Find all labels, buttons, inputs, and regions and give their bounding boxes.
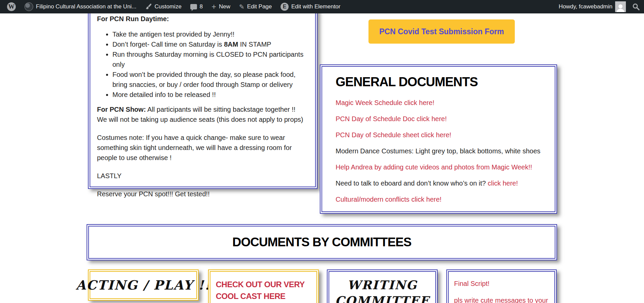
documents-by-committees-title: DOCUMENTS BY COMMITTEES [232, 235, 411, 249]
acting-play-label: ACTING / PLAY !! [76, 277, 211, 293]
new-content-menu[interactable]: + New [207, 0, 235, 13]
wordpress-menu[interactable]: W [3, 0, 20, 13]
writing-committee-line2: COMMITTEE [329, 293, 435, 303]
wordpress-admin-bar: W Filipino Cultural Association at the U… [0, 0, 644, 13]
edit-page-menu[interactable]: ✎ Edit Page [235, 0, 276, 13]
final-script-link[interactable]: Final Script! [454, 279, 549, 289]
customize-label: Customize [155, 3, 182, 10]
site-name-label: Filipino Cultural Association at the Uni… [36, 3, 137, 10]
search-icon[interactable] [632, 3, 640, 11]
writing-committee-line1: WRITING [329, 277, 435, 293]
reserve-paragraph: Reserve your PCN spot!!! Get tested!! [97, 189, 306, 199]
pcn-run-bullet-list: Take the antigen test provided by Jenny!… [97, 29, 306, 100]
my-account-menu[interactable]: Howdy, fcawebadmin [557, 1, 627, 12]
avatar [615, 1, 626, 12]
cultural-modern-conflicts-link[interactable]: Cultural/modern conflicts click here! [336, 194, 548, 204]
comments-menu[interactable]: 8 [186, 0, 207, 13]
list-item: Run throughs Saturday morning is CLOSED … [112, 49, 306, 69]
acting-play-box: ACTING / PLAY !! [88, 269, 199, 301]
final-script-box: Final Script! pls write cute messages to… [446, 269, 557, 303]
magic-week-schedule-link[interactable]: Magic Week Schedule click here! [336, 98, 548, 108]
howdy-label: Howdy, fcawebadmin [559, 3, 612, 10]
list-item: Don’t forget- Call time on Saturday is 8… [112, 39, 306, 49]
edit-with-elementor-menu[interactable]: E Edit with Elementor [276, 0, 345, 13]
pcn-covid-test-form-button[interactable]: PCN Covid Test Submission Form [368, 19, 515, 44]
elementor-icon: E [281, 3, 289, 11]
comments-count: 8 [200, 3, 203, 10]
edit-page-label: Edit Page [247, 3, 272, 10]
list-item: Food won’t be provided through the day, … [112, 69, 306, 90]
eboard-click-here-link[interactable]: click here! [488, 180, 518, 187]
elementor-label: Edit with Elementor [291, 3, 340, 10]
cute-messages-link[interactable]: pls write cute messages to your [454, 295, 549, 303]
modern-dance-costumes-text: Modern Dance Costumes: Light grey top, b… [336, 146, 548, 156]
list-item: More detailed info to be released !! [112, 90, 306, 100]
pcn-day-schedule-sheet-link[interactable]: PCN Day of Schedule sheet click here! [336, 130, 548, 140]
comments-icon [190, 4, 197, 9]
pcn-run-heading: For PCN Run Daytime: [97, 14, 306, 24]
cast-box: CHECK OUT OUR VERY COOL CAST HERE [208, 269, 319, 303]
pcn-run-info-box: For PCN Run Daytime: Take the antigen te… [88, 0, 317, 189]
site-icon [24, 2, 33, 11]
general-documents-title: GENERAL DOCUMENTS [336, 74, 548, 90]
list-item: Take the antigen test provided by Jenny!… [112, 29, 306, 39]
customize-brush-icon [145, 3, 152, 10]
costumes-note-paragraph: Costumes note: If you have a quick chang… [97, 133, 306, 163]
pcn-show-bold: For PCN Show: [97, 106, 146, 113]
new-label: New [219, 3, 230, 10]
lastly-paragraph: LASTLY [97, 171, 306, 181]
documents-by-committees-box: DOCUMENTS BY COMMITTEES [87, 224, 557, 260]
pcn-day-schedule-doc-link[interactable]: PCN Day of Schedule Doc click here! [336, 114, 548, 124]
writing-committee-box: WRITING COMMITTEE [327, 269, 438, 303]
call-time-bold: 8AM [224, 41, 238, 48]
customize-menu[interactable]: Customize [141, 0, 186, 13]
edit-pencil-icon: ✎ [239, 3, 244, 11]
cast-link[interactable]: CHECK OUT OUR VERY COOL CAST HERE [216, 280, 304, 301]
help-andrea-link[interactable]: Help Andrea by adding cute videos and ph… [336, 162, 548, 172]
eboard-question-row: Need to talk to eboard and don’t know wh… [336, 178, 548, 188]
site-name-menu[interactable]: Filipino Cultural Association at the Uni… [20, 0, 141, 13]
pcn-show-paragraph: For PCN Show: All participants will be s… [97, 104, 306, 124]
general-documents-box: GENERAL DOCUMENTS Magic Week Schedule cl… [320, 64, 557, 214]
new-plus-icon: + [211, 3, 216, 10]
wordpress-logo-icon: W [7, 2, 16, 11]
